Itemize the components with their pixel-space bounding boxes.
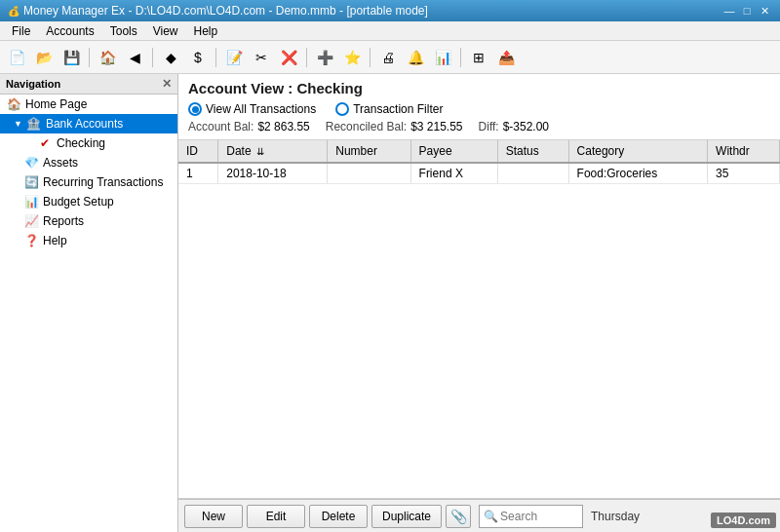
reports-icon: 📈 (23, 214, 39, 228)
tb-fav-button[interactable]: ⭐ (339, 45, 365, 70)
transaction-filter-label: Transaction Filter (353, 102, 443, 116)
transactions-table: ID Date ⇊ Number Payee Status Category W… (178, 140, 780, 184)
table-header-row: ID Date ⇊ Number Payee Status Category W… (178, 140, 780, 163)
maximize-button[interactable]: □ (739, 3, 755, 19)
nav-title: Navigation (6, 78, 60, 90)
reconciled-bal-value: $3 215.55 (410, 120, 462, 133)
col-header-category[interactable]: Category (568, 140, 708, 163)
toolbar-separator-6 (460, 48, 461, 67)
cell-0-4 (497, 163, 568, 184)
close-button[interactable]: ✕ (757, 3, 772, 19)
nav-item-bank-accounts-label: Bank Accounts (46, 117, 123, 131)
search-icon: 🔍 (484, 510, 498, 523)
transaction-filter-radio[interactable] (335, 102, 349, 116)
nav-items-list: 🏠 Home Page ▼ 🏦 Bank Accounts ✔ Checking… (0, 95, 177, 532)
tb-currency-button[interactable]: ◆ (158, 45, 183, 70)
account-bal-value: $2 863.55 (257, 120, 309, 133)
nav-item-recurring-transactions[interactable]: 🔄 Recurring Transactions (0, 172, 177, 192)
main-area: Navigation ✕ 🏠 Home Page ▼ 🏦 Bank Accoun… (0, 74, 780, 532)
col-header-id[interactable]: ID (178, 140, 218, 163)
checking-icon: ✔ (37, 136, 53, 150)
nav-close-button[interactable]: ✕ (162, 77, 172, 91)
transactions-table-container[interactable]: ID Date ⇊ Number Payee Status Category W… (178, 140, 780, 499)
tb-chart-button[interactable]: 📊 (430, 45, 455, 70)
col-header-number[interactable]: Number (328, 140, 410, 163)
account-bal-label: Account Bal: (188, 120, 254, 133)
menu-view[interactable]: View (145, 22, 186, 40)
nav-item-assets[interactable]: 💎 Assets (0, 153, 177, 172)
reconciled-bal-label: Reconciled Bal: (326, 120, 407, 133)
transaction-filter-btn[interactable]: Transaction Filter (335, 102, 443, 116)
menu-bar: File Accounts Tools View Help (0, 21, 780, 41)
toolbar-separator-5 (370, 48, 370, 67)
table-row[interactable]: 12018-10-18Friend XFood:Groceries35 (178, 163, 780, 184)
view-all-label: View All Transactions (206, 102, 316, 116)
tb-print-button[interactable]: 🖨 (375, 45, 401, 70)
navigation-panel: Navigation ✕ 🏠 Home Page ▼ 🏦 Bank Accoun… (0, 74, 178, 532)
nav-item-assets-label: Assets (43, 156, 78, 170)
content-area: Account View : Checking View All Transac… (178, 74, 780, 532)
tb-delete-button[interactable]: ❌ (276, 45, 301, 70)
cell-0-3: Friend X (410, 163, 497, 184)
tb-save-button[interactable]: 💾 (58, 45, 84, 70)
search-input[interactable] (500, 510, 578, 523)
tb-new-trans-button[interactable]: 📝 (221, 45, 247, 70)
date-sort-icon: ⇊ (256, 146, 264, 157)
tb-notify-button[interactable]: 🔔 (403, 45, 428, 70)
recurring-icon: 🔄 (23, 175, 39, 189)
attachment-button[interactable]: 📎 (446, 505, 471, 528)
view-all-btn[interactable]: View All Transactions (188, 102, 316, 116)
cell-0-1: 2018-10-18 (218, 163, 328, 184)
nav-item-home-page[interactable]: 🏠 Home Page (0, 95, 177, 114)
tb-open-button[interactable]: 📂 (31, 45, 57, 70)
menu-tools[interactable]: Tools (102, 22, 145, 40)
search-container: 🔍 (479, 505, 583, 528)
toolbar-separator-1 (89, 48, 90, 67)
menu-help[interactable]: Help (186, 22, 226, 40)
tb-export-button[interactable]: 📤 (493, 45, 519, 70)
bank-accounts-expand-icon: ▼ (14, 119, 22, 129)
tb-back-button[interactable]: ◀ (122, 45, 147, 70)
nav-item-reports[interactable]: 📈 Reports (0, 211, 177, 231)
home-page-icon: 🏠 (6, 97, 21, 111)
tb-dollar-button[interactable]: $ (185, 45, 211, 70)
nav-item-budget-label: Budget Setup (43, 195, 114, 209)
menu-accounts[interactable]: Accounts (38, 22, 101, 40)
cell-0-5: Food:Groceries (568, 163, 708, 184)
tb-home-button[interactable]: 🏠 (95, 45, 120, 70)
budget-icon: 📊 (23, 195, 39, 209)
tb-add-fav-button[interactable]: ➕ (312, 45, 337, 70)
nav-item-reports-label: Reports (43, 214, 84, 228)
assets-icon: 💎 (23, 156, 39, 170)
col-header-payee[interactable]: Payee (410, 140, 497, 163)
nav-item-bank-accounts[interactable]: ▼ 🏦 Bank Accounts (0, 114, 177, 133)
cell-0-6: 35 (708, 163, 780, 184)
tb-new-button[interactable]: 📄 (4, 45, 29, 70)
nav-item-budget-setup[interactable]: 📊 Budget Setup (0, 192, 177, 211)
col-header-date[interactable]: Date ⇊ (218, 140, 328, 163)
col-header-status[interactable]: Status (497, 140, 568, 163)
delete-button[interactable]: Delete (309, 505, 368, 528)
col-header-withdrawal[interactable]: Withdr (708, 140, 780, 163)
diff-item: Diff: $-352.00 (479, 120, 550, 133)
diff-label: Diff: (479, 120, 499, 133)
window-controls: — □ ✕ (722, 3, 772, 19)
tb-cut-button[interactable]: ✂ (249, 45, 274, 70)
tb-layout-button[interactable]: ⊞ (466, 45, 491, 70)
window-title: Money Manager Ex - D:\LO4D.com\LO4D.com … (23, 4, 428, 18)
account-title: Account View : Checking (188, 80, 770, 96)
menu-file[interactable]: File (4, 22, 38, 40)
new-button[interactable]: New (184, 505, 243, 528)
day-label: Thursday (591, 510, 640, 523)
app-icon: 💰 (8, 6, 20, 17)
account-bal-item: Account Bal: $2 863.55 (188, 120, 310, 133)
nav-item-checking[interactable]: ✔ Checking (0, 133, 177, 153)
duplicate-button[interactable]: Duplicate (371, 505, 442, 528)
minimize-button[interactable]: — (722, 3, 737, 19)
nav-item-help[interactable]: ❓ Help (0, 231, 177, 250)
title-bar: 💰 Money Manager Ex - D:\LO4D.com\LO4D.co… (0, 0, 780, 21)
account-header: Account View : Checking View All Transac… (178, 74, 780, 140)
cell-0-2 (328, 163, 410, 184)
edit-button[interactable]: Edit (247, 505, 305, 528)
view-all-radio[interactable] (188, 102, 202, 116)
